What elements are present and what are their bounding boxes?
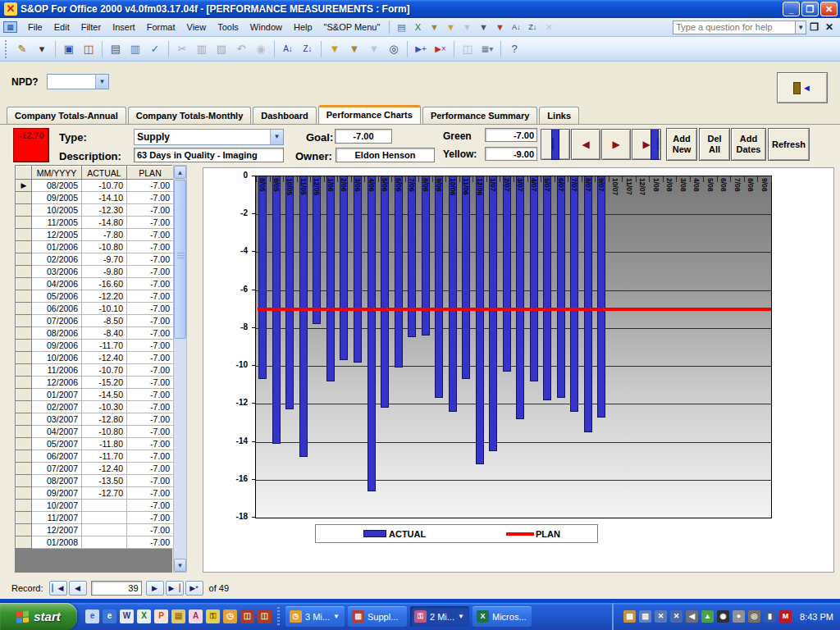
row-selector[interactable]	[16, 389, 32, 401]
help-search-input[interactable]	[673, 21, 796, 34]
month-cell[interactable]: 01/2006	[32, 241, 82, 253]
plan-cell[interactable]: -7.00	[127, 512, 174, 524]
table-row[interactable]: 06/2006-10.10-7.00	[16, 303, 174, 315]
sort-ascending-icon[interactable]: A↓	[509, 21, 523, 34]
month-cell[interactable]: 11/2006	[32, 364, 82, 377]
actual-cell[interactable]: -10.10	[82, 303, 127, 315]
table-row[interactable]: 02/2006-9.70-7.00	[16, 253, 174, 266]
month-cell[interactable]: 10/2005	[32, 204, 82, 217]
table-row[interactable]: 08/2007-13.50-7.00	[16, 475, 174, 487]
type-dropdown-icon[interactable]: ▼	[270, 130, 283, 144]
plan-cell[interactable]: -7.00	[127, 463, 174, 475]
menu-item-window[interactable]: Window	[244, 20, 288, 34]
table-row[interactable]: 08/2006-8.40-7.00	[16, 327, 174, 340]
row-selector[interactable]	[16, 500, 32, 512]
filter-by-form-icon[interactable]: ▼	[427, 21, 441, 34]
menu-item-help[interactable]: Help	[288, 20, 318, 34]
npd-dropdown-icon[interactable]: ▼	[95, 75, 108, 89]
taskbar-button-access-group[interactable]: ⚿2 Mi...▼	[410, 606, 469, 627]
table-row[interactable]: 04/2007-10.80-7.00	[16, 426, 174, 438]
actual-cell[interactable]: -10.80	[82, 426, 127, 438]
table-row[interactable]: 09/2005-14.10-7.00	[16, 192, 174, 204]
tab-performance-charts[interactable]: Performance Charts	[318, 105, 421, 124]
design-view-icon[interactable]: ✎	[13, 40, 31, 58]
actual-cell[interactable]: -11.70	[82, 340, 127, 352]
month-cell[interactable]: 11/2005	[32, 217, 82, 229]
plan-cell[interactable]: -7.00	[127, 340, 174, 352]
scroll-down-icon[interactable]: ▼	[174, 559, 186, 572]
plan-cell[interactable]: -7.00	[127, 204, 174, 217]
task-button-dropdown-icon[interactable]: ▼	[458, 613, 464, 620]
restore-child-icon[interactable]: ❐	[810, 21, 819, 33]
column-header-actual[interactable]: ACTUAL	[82, 167, 127, 180]
table-row[interactable]: 12/2005-7.80-7.00	[16, 229, 174, 241]
table-row[interactable]: 12/2007-7.00	[16, 524, 174, 536]
advanced-filter-icon[interactable]: ▼	[476, 21, 491, 34]
globe-icon[interactable]: ●	[733, 610, 745, 623]
row-selector[interactable]	[16, 315, 32, 327]
scroll-up-icon[interactable]: ▲	[174, 166, 186, 179]
table-row[interactable]: 07/2006-8.50-7.00	[16, 315, 174, 327]
actual-cell[interactable]	[82, 536, 127, 549]
menu-item-tools[interactable]: Tools	[212, 20, 244, 34]
table-row[interactable]: 05/2007-11.80-7.00	[16, 438, 174, 450]
description-input[interactable]	[134, 148, 284, 162]
database-2-icon[interactable]: ◫	[258, 609, 272, 623]
actual-cell[interactable]: -7.80	[82, 229, 127, 241]
taskbar-button-minutes-group[interactable]: ◷3 Mi...▼	[285, 606, 345, 627]
table-row[interactable]: 07/2007-12.40-7.00	[16, 463, 174, 475]
plan-cell[interactable]: -7.00	[127, 426, 174, 438]
selector-column-header[interactable]	[16, 167, 32, 180]
actual-cell[interactable]: -10.70	[82, 180, 127, 192]
month-cell[interactable]: 08/2007	[32, 475, 82, 487]
month-cell[interactable]: 07/2007	[32, 463, 82, 475]
filter-by-form-icon[interactable]: ▼	[345, 40, 363, 58]
plan-cell[interactable]: -7.00	[127, 389, 174, 401]
row-selector[interactable]	[16, 426, 32, 438]
month-cell[interactable]: 12/2006	[32, 377, 82, 389]
table-row[interactable]: 11/2005-14.80-7.00	[16, 217, 174, 229]
record-last-button[interactable]: ▶▕	[166, 581, 184, 596]
table-row[interactable]: 02/2007-10.30-7.00	[16, 401, 174, 413]
row-selector[interactable]	[16, 450, 32, 463]
actual-cell[interactable]: -16.60	[82, 278, 127, 290]
powerpoint-icon[interactable]: P	[154, 609, 168, 623]
month-cell[interactable]: 08/2006	[32, 327, 82, 340]
tab-performance-summary[interactable]: Performance Summary	[422, 107, 537, 124]
table-row[interactable]: 11/2007-7.00	[16, 512, 174, 524]
row-selector[interactable]	[16, 401, 32, 413]
month-cell[interactable]: 03/2006	[32, 266, 82, 278]
month-cell[interactable]: 09/2005	[32, 192, 82, 204]
month-cell[interactable]: 10/2006	[32, 352, 82, 364]
table-scrollbar[interactable]: ▲ ▼	[173, 165, 187, 573]
plan-cell[interactable]: -7.00	[127, 229, 174, 241]
month-cell[interactable]: 05/2006	[32, 290, 82, 303]
plan-cell[interactable]: -7.00	[127, 536, 174, 549]
table-row[interactable]: 05/2006-12.20-7.00	[16, 290, 174, 303]
table-row[interactable]: 01/2007-14.50-7.00	[16, 389, 174, 401]
row-selector[interactable]	[16, 253, 32, 266]
plan-cell[interactable]: -7.00	[127, 500, 174, 512]
sort-descending-icon[interactable]: Z↓	[299, 40, 317, 58]
spelling-icon[interactable]: ✓	[146, 40, 164, 58]
actual-cell[interactable]: -14.10	[82, 192, 127, 204]
plan-cell[interactable]: -7.00	[127, 180, 174, 192]
action-button-refresh[interactable]: Refresh	[768, 128, 810, 161]
month-cell[interactable]: 10/2007	[32, 500, 82, 512]
actual-cell[interactable]: -12.70	[82, 487, 127, 500]
plan-cell[interactable]: -7.00	[127, 524, 174, 536]
help-icon[interactable]: ?	[505, 40, 523, 58]
month-cell[interactable]: 07/2006	[32, 315, 82, 327]
yellow-input[interactable]	[485, 147, 537, 161]
row-selector[interactable]	[16, 192, 32, 204]
actual-cell[interactable]: -12.80	[82, 413, 127, 426]
month-cell[interactable]: 12/2005	[32, 229, 82, 241]
actual-cell[interactable]: -13.50	[82, 475, 127, 487]
previous-record-nav-button[interactable]: ◀	[571, 129, 600, 160]
month-cell[interactable]: 04/2007	[32, 426, 82, 438]
close-child-icon[interactable]: ✕	[825, 21, 833, 33]
actual-cell[interactable]	[82, 512, 127, 524]
tab-company-totals-monthly[interactable]: Company Totals-Monthly	[128, 107, 252, 124]
actual-cell[interactable]: -10.80	[82, 241, 127, 253]
scrollbar-thumb[interactable]	[174, 180, 186, 339]
